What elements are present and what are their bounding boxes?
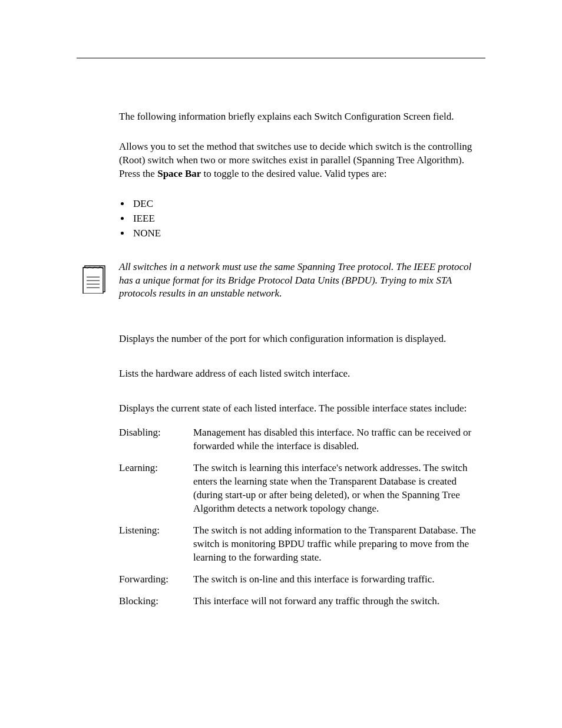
definition-term: Disabling: [119, 426, 193, 453]
body-content: The following information briefly explai… [119, 110, 485, 608]
definition-description: The switch is on-line and this interface… [193, 573, 485, 587]
list-item: DEC [131, 197, 485, 211]
note-block: All switches in a network must use the s… [81, 261, 485, 301]
note-text: All switches in a network must use the s… [119, 261, 485, 301]
intro-paragraph: The following information briefly explai… [119, 110, 485, 124]
definition-row: Disabling: Management has disabled this … [119, 426, 485, 453]
list-item: NONE [131, 227, 485, 241]
definition-description: The switch is not adding information to … [193, 524, 485, 565]
sta-text-after: to toggle to the desired value. Valid ty… [201, 168, 386, 179]
hw-address-paragraph: Lists the hardware address of each liste… [119, 367, 485, 381]
definition-row: Blocking: This interface will not forwar… [119, 595, 485, 608]
space-bar-label: Space Bar [157, 168, 201, 179]
definition-description: Management has disabled this interface. … [193, 426, 485, 453]
definition-term: Learning: [119, 462, 193, 516]
definition-term: Listening: [119, 524, 193, 565]
port-number-paragraph: Displays the number of the port for whic… [119, 332, 485, 346]
page-rule [77, 58, 485, 58]
definition-description: This interface will not forward any traf… [193, 595, 485, 608]
notepad-icon [81, 261, 107, 294]
definition-term: Blocking: [119, 595, 193, 608]
definition-term: Forwarding: [119, 573, 193, 587]
definition-row: Learning: The switch is learning this in… [119, 462, 485, 516]
sta-paragraph: Allows you to set the method that switch… [119, 140, 485, 181]
state-definitions: Disabling: Management has disabled this … [119, 426, 485, 608]
valid-types-list: DEC IEEE NONE [119, 197, 485, 241]
list-item: IEEE [131, 212, 485, 226]
state-intro-paragraph: Displays the current state of each liste… [119, 402, 485, 416]
definition-row: Forwarding: The switch is on-line and th… [119, 573, 485, 587]
definition-description: The switch is learning this interface's … [193, 462, 485, 516]
definition-row: Listening: The switch is not adding info… [119, 524, 485, 565]
document-page: The following information briefly explai… [0, 0, 562, 728]
